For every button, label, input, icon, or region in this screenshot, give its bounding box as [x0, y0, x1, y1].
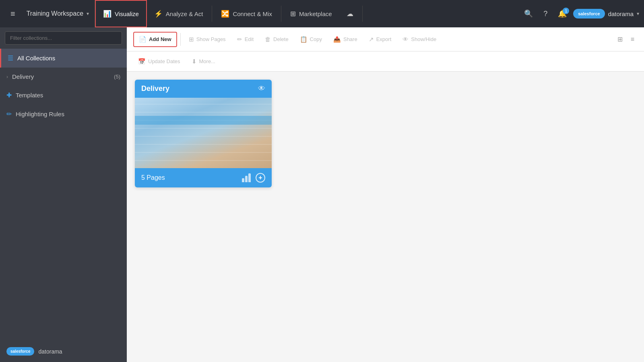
thumbnail-overlay [135, 98, 272, 168]
sidebar-footer: salesforce datorama [0, 341, 127, 362]
workspace-name: Training Workspace [27, 10, 83, 17]
collections-area: Delivery 👁 5 Pages + [127, 72, 644, 362]
edit-icon: ✏ [237, 36, 242, 43]
copy-button[interactable]: 📋 Copy [295, 33, 327, 46]
help-button[interactable]: ? [539, 6, 551, 21]
connect-icon: 🔀 [221, 10, 229, 18]
edit-label: Edit [245, 36, 254, 42]
delete-button[interactable]: 🗑 Delete [260, 33, 293, 46]
card-header: Delivery 👁 [135, 80, 272, 98]
show-hide-button[interactable]: 👁 Show/Hide [398, 33, 441, 46]
brand-chevron: ▾ [637, 11, 639, 16]
chart-bars-icon [242, 173, 251, 182]
show-pages-label: Show Pages [196, 36, 226, 42]
nav-item-cloud[interactable]: ☁ [339, 0, 361, 27]
chart-bar-2 [245, 176, 248, 182]
delivery-count: (5) [114, 74, 120, 80]
templates-label: Templates [16, 92, 43, 99]
list-view-button[interactable]: ≡ [627, 33, 638, 45]
highlighting-icon: ✏ [6, 110, 12, 118]
grid-view-button[interactable]: ⊞ [614, 33, 626, 45]
chart-bar-1 [242, 178, 244, 182]
top-navigation: ≡ Training Workspace ▾ 📊 Visualize ⚡ Ana… [0, 0, 644, 27]
nav-right-group: 🔍 ? 🔔 1 salesforce datorama ▾ [520, 6, 639, 21]
analyze-icon: ⚡ [154, 10, 163, 18]
share-label: Share [343, 36, 357, 42]
update-dates-icon: 📅 [138, 58, 146, 65]
card-thumbnail [135, 98, 272, 168]
more-label: More... [199, 58, 215, 64]
share-icon: 📤 [333, 36, 341, 43]
sidebar-item-highlighting-rules[interactable]: ✏ Highlighting Rules [0, 105, 127, 123]
delete-icon: 🗑 [265, 36, 271, 43]
toolbar-sep-1 [180, 33, 181, 46]
add-new-icon: 📄 [139, 36, 147, 43]
nav-sep-1 [212, 6, 212, 22]
nav-connect-label: Connect & Mix [233, 10, 272, 17]
footer-datorama-text: datorama [38, 348, 62, 355]
nav-marketplace-label: Marketplace [299, 10, 332, 17]
salesforce-brand[interactable]: salesforce datorama ▾ [573, 9, 639, 19]
main-content: 📄 Add New ⊞ Show Pages ✏ Edit 🗑 Delete 📋… [127, 27, 644, 362]
delivery-label: Delivery [12, 73, 34, 80]
salesforce-cloud-logo: salesforce [573, 9, 605, 19]
all-collections-icon: ☰ [8, 54, 13, 62]
visualize-icon: 📊 [103, 10, 111, 18]
export-button[interactable]: ↗ Export [364, 33, 396, 46]
main-layout: ☰ All Collections › Delivery (5) ✚ Templ… [0, 27, 644, 362]
show-hide-label: Show/Hide [411, 36, 436, 42]
main-toolbar: 📄 Add New ⊞ Show Pages ✏ Edit 🗑 Delete 📋… [127, 27, 644, 51]
notifications-button[interactable]: 🔔 1 [554, 6, 571, 21]
hamburger-menu[interactable]: ≡ [5, 6, 21, 22]
sidebar-item-templates[interactable]: ✚ Templates [0, 86, 127, 105]
sidebar-item-delivery[interactable]: › Delivery (5) [0, 68, 127, 86]
copy-icon: 📋 [300, 36, 308, 43]
add-new-button[interactable]: 📄 Add New [133, 32, 177, 47]
templates-icon: ✚ [6, 91, 12, 99]
sidebar: ☰ All Collections › Delivery (5) ✚ Templ… [0, 27, 127, 362]
footer-cloud-logo: salesforce [6, 347, 34, 356]
notification-badge: 1 [563, 8, 569, 14]
nav-item-connect[interactable]: 🔀 Connect & Mix [214, 0, 279, 27]
show-pages-button[interactable]: ⊞ Show Pages [184, 33, 231, 46]
filter-input[interactable] [5, 31, 122, 45]
workspace-switcher[interactable]: Training Workspace ▾ [21, 0, 95, 27]
card-title: Delivery [141, 84, 169, 93]
chart-bar-3 [248, 173, 251, 182]
nav-item-analyze[interactable]: ⚡ Analyze & Act [147, 0, 211, 27]
update-dates-label: Update Dates [148, 58, 180, 64]
sidebar-item-all-collections[interactable]: ☰ All Collections [0, 49, 127, 68]
edit-button[interactable]: ✏ Edit [232, 33, 258, 46]
delivery-chevron-icon: › [6, 74, 8, 80]
toolbar-row-2: 📅 Update Dates ⬇ More... [127, 51, 644, 72]
datorama-brand-name: datorama [608, 10, 634, 17]
nav-sep-2 [281, 6, 281, 22]
toolbar-view-buttons: ⊞ ≡ [614, 33, 638, 45]
more-button[interactable]: ⬇ More... [187, 55, 220, 68]
export-label: Export [376, 36, 392, 42]
collections-filter [5, 31, 122, 45]
thumbnail-bar [135, 116, 272, 125]
add-new-label: Add New [149, 36, 171, 42]
marketplace-icon: ⊞ [290, 10, 296, 18]
nav-visualize-label: Visualize [115, 10, 139, 17]
export-icon: ↗ [369, 36, 374, 43]
search-button[interactable]: 🔍 [520, 6, 537, 21]
card-footer: 5 Pages + [135, 168, 272, 187]
all-collections-label: All Collections [17, 55, 55, 62]
add-to-card-button[interactable]: + [256, 173, 265, 183]
card-visibility-icon[interactable]: 👁 [258, 84, 265, 93]
show-pages-icon: ⊞ [189, 36, 194, 43]
nav-item-visualize[interactable]: 📊 Visualize [95, 0, 147, 27]
nav-item-marketplace[interactable]: ⊞ Marketplace [283, 0, 339, 27]
share-button[interactable]: 📤 Share [328, 33, 362, 46]
collection-card-delivery[interactable]: Delivery 👁 5 Pages + [135, 80, 272, 187]
highlighting-label: Highlighting Rules [16, 111, 64, 117]
more-icon: ⬇ [192, 58, 197, 65]
workspace-chevron: ▾ [87, 11, 89, 16]
copy-label: Copy [310, 36, 322, 42]
update-dates-button[interactable]: 📅 Update Dates [133, 55, 185, 68]
nav-sep-3 [362, 6, 363, 22]
delete-label: Delete [273, 36, 289, 42]
nav-analyze-label: Analyze & Act [166, 10, 203, 17]
